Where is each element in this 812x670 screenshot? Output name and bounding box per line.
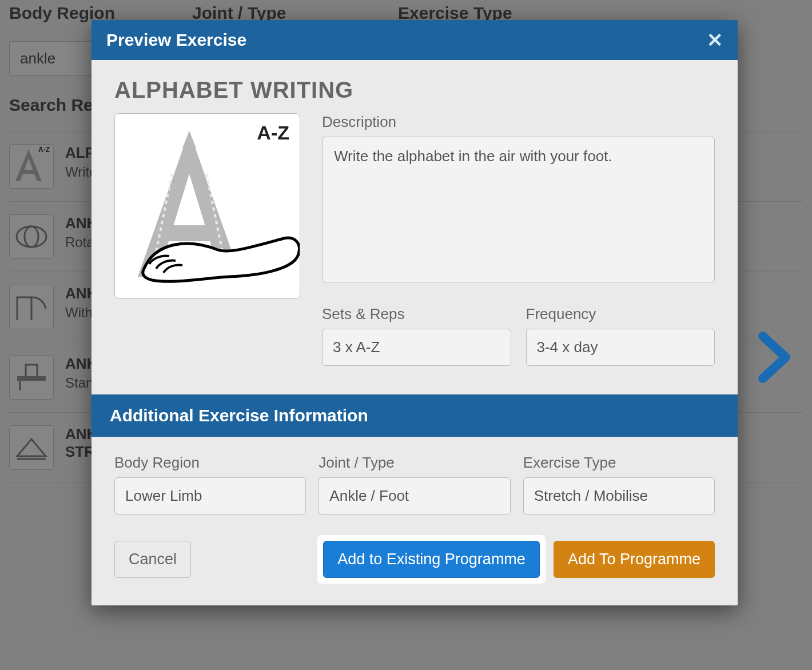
sets-reps-input[interactable] [322, 329, 511, 366]
modal-header: Preview Exercise ✕ [91, 20, 738, 60]
preview-exercise-modal: Preview Exercise ✕ ALPHABET WRITING A-Z [91, 20, 738, 605]
cancel-button[interactable]: Cancel [114, 541, 191, 578]
frequency-input[interactable] [526, 329, 715, 366]
add-to-programme-button[interactable]: Add To Programme [554, 541, 715, 578]
exercise-type-label: Exercise Type [523, 454, 715, 472]
additional-info-header: Additional Exercise Information [91, 394, 738, 437]
exercise-image-label: A-Z [257, 122, 289, 144]
body-region-input[interactable] [114, 477, 306, 515]
add-to-existing-programme-button[interactable]: Add to Existing Programme [323, 541, 540, 578]
description-label: Description [322, 113, 715, 131]
sets-reps-label: Sets & Reps [322, 305, 511, 323]
body-region-label: Body Region [114, 454, 306, 472]
modal-title: Preview Exercise [106, 30, 246, 50]
svg-marker-9 [182, 131, 196, 148]
next-exercise-chevron-icon[interactable] [758, 332, 790, 395]
foot-icon [138, 207, 300, 293]
exercise-title: ALPHABET WRITING [114, 77, 715, 103]
frequency-label: Frequency [526, 305, 715, 323]
exercise-image: A-Z [114, 113, 300, 299]
joint-type-label: Joint / Type [319, 454, 510, 472]
description-textarea[interactable] [322, 137, 715, 282]
close-icon[interactable]: ✕ [707, 30, 723, 50]
exercise-type-input[interactable] [523, 477, 715, 515]
highlighted-action: Add to Existing Programme [317, 535, 546, 584]
joint-type-input[interactable] [319, 477, 510, 515]
